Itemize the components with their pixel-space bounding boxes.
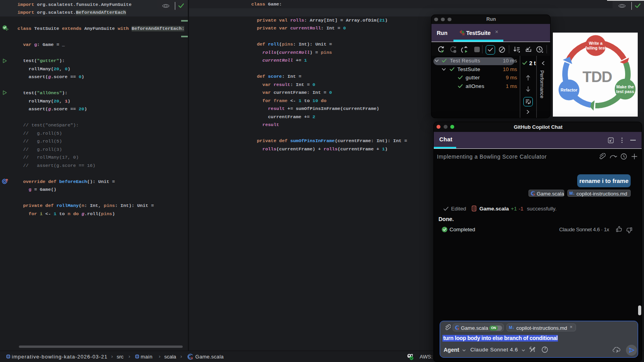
svg-text:Make thetest pass: Make thetest pass: [616, 84, 634, 94]
svg-text:TDD: TDD: [582, 69, 612, 85]
svg-text:Refactor: Refactor: [561, 88, 578, 92]
